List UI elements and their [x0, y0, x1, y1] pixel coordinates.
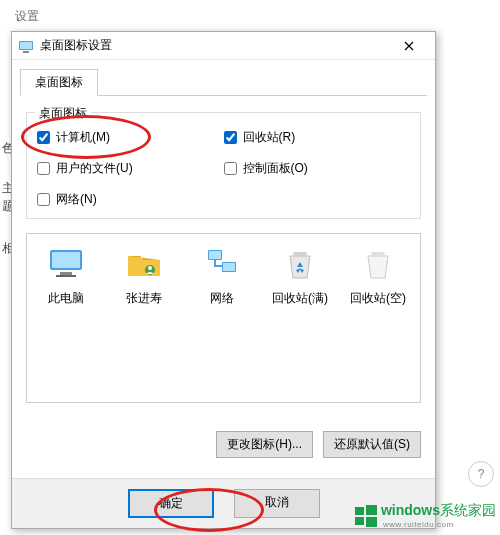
- svg-rect-15: [355, 517, 364, 525]
- checkbox-computer-label: 计算机(M): [56, 129, 110, 146]
- checkbox-network-label: 网络(N): [56, 191, 97, 208]
- svg-rect-11: [209, 251, 221, 259]
- icon-network[interactable]: 网络: [191, 244, 253, 307]
- svg-rect-5: [60, 272, 72, 275]
- svg-rect-4: [52, 252, 80, 268]
- dialog-title: 桌面图标设置: [40, 37, 389, 54]
- checkbox-userfiles-input[interactable]: [37, 162, 50, 175]
- icon-this-pc-label: 此电脑: [35, 290, 97, 307]
- watermark-url: www.ruiteidu.com: [383, 520, 496, 529]
- svg-rect-16: [366, 517, 377, 527]
- desktop-icons-group: 桌面图标 计算机(M) 回收站(R) 用户的文件(U) 控制面板(O): [26, 112, 421, 219]
- svg-rect-12: [223, 263, 235, 271]
- network-icon: [202, 244, 242, 284]
- watermark-brand: windows: [381, 502, 440, 518]
- svg-point-8: [148, 266, 152, 270]
- icon-preview-box: 此电脑 张进寿 网络: [26, 233, 421, 403]
- tab-desktop-icons[interactable]: 桌面图标: [20, 69, 98, 96]
- checkbox-recyclebin-label: 回收站(R): [243, 129, 296, 146]
- icon-recycle-empty[interactable]: 回收站(空): [347, 244, 409, 307]
- icon-recycle-full[interactable]: 回收站(满): [269, 244, 331, 307]
- icon-this-pc[interactable]: 此电脑: [35, 244, 97, 307]
- icon-recycle-empty-label: 回收站(空): [347, 290, 409, 307]
- svg-rect-1: [20, 42, 32, 49]
- icon-network-label: 网络: [191, 290, 253, 307]
- watermark-tagline: 系统家园: [440, 502, 496, 518]
- windows-logo-icon: [355, 505, 377, 527]
- watermark: windows系统家园 www.ruiteidu.com: [355, 502, 496, 529]
- checkbox-network[interactable]: 网络(N): [37, 191, 224, 208]
- restore-default-button[interactable]: 还原默认值(S): [323, 431, 421, 458]
- change-icon-button[interactable]: 更改图标(H)...: [216, 431, 313, 458]
- icon-user-folder-label: 张进寿: [113, 290, 175, 307]
- checkbox-computer-input[interactable]: [37, 131, 50, 144]
- titlebar: 桌面图标设置: [12, 32, 435, 60]
- icon-user-folder[interactable]: 张进寿: [113, 244, 175, 307]
- help-button[interactable]: ?: [468, 461, 494, 487]
- checkbox-recyclebin-input[interactable]: [224, 131, 237, 144]
- checkbox-userfiles-label: 用户的文件(U): [56, 160, 133, 177]
- icon-recycle-full-label: 回收站(满): [269, 290, 331, 307]
- svg-rect-6: [56, 275, 76, 277]
- checkbox-controlpanel-label: 控制面板(O): [243, 160, 308, 177]
- checkbox-recyclebin[interactable]: 回收站(R): [224, 129, 411, 146]
- svg-rect-13: [355, 507, 364, 515]
- svg-rect-2: [23, 51, 29, 53]
- group-legend: 桌面图标: [35, 105, 91, 122]
- checkbox-controlpanel[interactable]: 控制面板(O): [224, 160, 411, 177]
- recycle-full-icon: [280, 244, 320, 284]
- checkbox-controlpanel-input[interactable]: [224, 162, 237, 175]
- close-button[interactable]: [389, 33, 429, 59]
- cancel-button[interactable]: 取消: [234, 489, 320, 518]
- recycle-empty-icon: [358, 244, 398, 284]
- app-icon: [18, 38, 34, 54]
- user-folder-icon: [124, 244, 164, 284]
- monitor-icon: [46, 244, 86, 284]
- background-settings-label: 设置: [15, 8, 39, 25]
- ok-button[interactable]: 确定: [128, 489, 214, 518]
- checkbox-network-input[interactable]: [37, 193, 50, 206]
- checkbox-userfiles[interactable]: 用户的文件(U): [37, 160, 224, 177]
- checkbox-computer[interactable]: 计算机(M): [37, 129, 224, 146]
- svg-rect-14: [366, 505, 377, 515]
- desktop-icon-settings-dialog: 桌面图标设置 桌面图标 桌面图标 计算机(M) 回收站(R) 用户: [11, 31, 436, 529]
- tab-strip: 桌面图标: [12, 60, 435, 96]
